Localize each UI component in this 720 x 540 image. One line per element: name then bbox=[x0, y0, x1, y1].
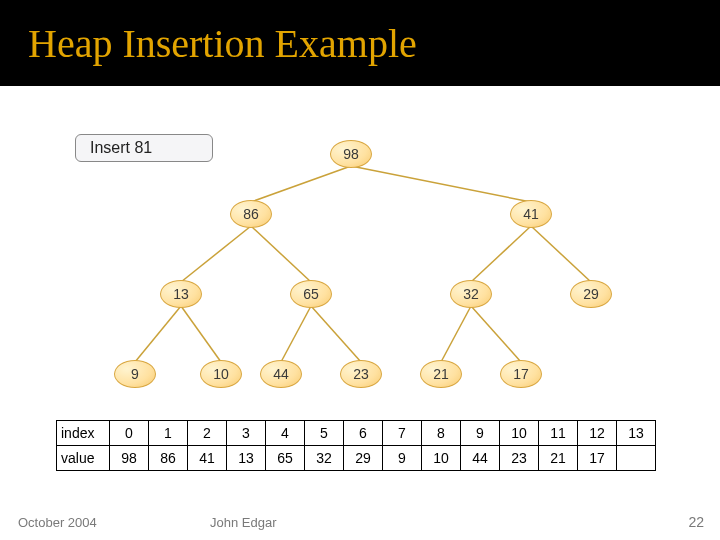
tree-node: 65 bbox=[290, 280, 332, 308]
table-row-value: value 9886411365322991044232117 bbox=[57, 446, 656, 471]
heap-tree: 9886411365322991044232117 bbox=[60, 130, 660, 420]
tree-node: 44 bbox=[260, 360, 302, 388]
table-cell-index: 6 bbox=[344, 421, 383, 446]
table-cell-value: 41 bbox=[188, 446, 227, 471]
table-cell-index: 3 bbox=[227, 421, 266, 446]
page-number: 22 bbox=[688, 514, 704, 530]
table-cell-index: 1 bbox=[149, 421, 188, 446]
table-cell-value: 65 bbox=[266, 446, 305, 471]
table-cell-value: 13 bbox=[227, 446, 266, 471]
table-cell-value: 10 bbox=[422, 446, 461, 471]
tree-node: 86 bbox=[230, 200, 272, 228]
table-cell-value: 21 bbox=[539, 446, 578, 471]
table-cell-value: 98 bbox=[110, 446, 149, 471]
table-cell-index: 9 bbox=[461, 421, 500, 446]
table-cell-value: 17 bbox=[578, 446, 617, 471]
row-label-value: value bbox=[57, 446, 110, 471]
svg-line-6 bbox=[135, 306, 181, 362]
footer-author: John Edgar bbox=[210, 515, 277, 530]
svg-line-11 bbox=[471, 306, 521, 362]
tree-node: 13 bbox=[160, 280, 202, 308]
svg-line-5 bbox=[531, 226, 591, 282]
svg-line-1 bbox=[351, 166, 531, 202]
svg-line-4 bbox=[471, 226, 531, 282]
table-cell-value: 86 bbox=[149, 446, 188, 471]
svg-line-3 bbox=[251, 226, 311, 282]
page-title: Heap Insertion Example bbox=[28, 20, 417, 67]
table-cell-index: 4 bbox=[266, 421, 305, 446]
table-cell-value: 9 bbox=[383, 446, 422, 471]
table-cell-value: 23 bbox=[500, 446, 539, 471]
table-cell-index: 13 bbox=[617, 421, 656, 446]
tree-node: 29 bbox=[570, 280, 612, 308]
tree-node: 21 bbox=[420, 360, 462, 388]
table-cell-index: 11 bbox=[539, 421, 578, 446]
tree-node: 10 bbox=[200, 360, 242, 388]
tree-node: 23 bbox=[340, 360, 382, 388]
table-cell-index: 5 bbox=[305, 421, 344, 446]
table-cell-value: 29 bbox=[344, 446, 383, 471]
table-cell-value: 44 bbox=[461, 446, 500, 471]
svg-line-9 bbox=[311, 306, 361, 362]
tree-node: 98 bbox=[330, 140, 372, 168]
svg-line-7 bbox=[181, 306, 221, 362]
svg-line-8 bbox=[281, 306, 311, 362]
table-cell-index: 0 bbox=[110, 421, 149, 446]
title-bar: Heap Insertion Example bbox=[0, 0, 720, 86]
footer-date: October 2004 bbox=[18, 515, 97, 530]
table-row-index: index 012345678910111213 bbox=[57, 421, 656, 446]
table-cell-index: 8 bbox=[422, 421, 461, 446]
heap-array-table: index 012345678910111213 value 988641136… bbox=[56, 420, 656, 471]
row-label-index: index bbox=[57, 421, 110, 446]
svg-line-10 bbox=[441, 306, 471, 362]
svg-line-0 bbox=[251, 166, 351, 202]
tree-node: 9 bbox=[114, 360, 156, 388]
table-cell-index: 12 bbox=[578, 421, 617, 446]
tree-node: 17 bbox=[500, 360, 542, 388]
tree-node: 32 bbox=[450, 280, 492, 308]
svg-line-2 bbox=[181, 226, 251, 282]
table-cell-index: 2 bbox=[188, 421, 227, 446]
table-cell-value: 32 bbox=[305, 446, 344, 471]
tree-node: 41 bbox=[510, 200, 552, 228]
table-cell-index: 10 bbox=[500, 421, 539, 446]
table-cell-value bbox=[617, 446, 656, 471]
table-cell-index: 7 bbox=[383, 421, 422, 446]
